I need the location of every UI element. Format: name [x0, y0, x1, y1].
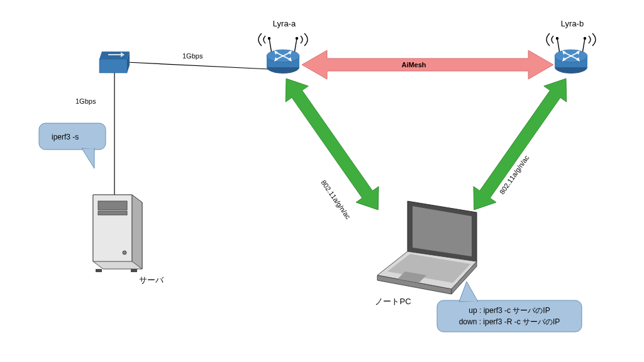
svg-rect-4 — [99, 59, 127, 73]
callout-server: iperf3 -s — [39, 123, 106, 168]
svg-line-22 — [557, 38, 560, 53]
svg-line-8 — [294, 38, 297, 53]
aimesh-label: AiMesh — [401, 61, 426, 69]
svg-rect-41 — [98, 211, 127, 215]
callout-laptop: up : iperf3 -c サーバのIP down : iperf3 -R -… — [437, 282, 582, 332]
switch-icon — [99, 52, 130, 73]
svg-marker-39 — [132, 195, 142, 269]
laptop-label: ノートPC — [375, 297, 411, 306]
router-a-label: Lyra-a — [273, 19, 296, 28]
link-label-1gbps-top: 1Gbps — [182, 52, 203, 60]
arrow-wifi-a: 802.11a/g/n/ac — [275, 70, 389, 221]
svg-point-42 — [123, 251, 126, 255]
router-b — [547, 33, 596, 74]
svg-marker-56 — [459, 282, 478, 302]
router-b-label: Lyra-b — [561, 19, 584, 28]
svg-point-10 — [296, 38, 298, 40]
callout-server-text: iperf3 -s — [52, 133, 79, 141]
svg-rect-55 — [437, 300, 582, 332]
svg-line-7 — [269, 38, 272, 53]
svg-rect-40 — [98, 201, 127, 210]
svg-marker-0 — [302, 50, 553, 79]
svg-marker-2 — [463, 70, 577, 217]
server-label: サーバ — [139, 275, 164, 285]
server-icon — [93, 195, 142, 272]
callout-laptop-line2: down : iperf3 -R -c サーバのIP — [459, 317, 560, 326]
callout-laptop-line1: up : iperf3 -c サーバのIP — [469, 306, 550, 315]
arrow-aimesh: AiMesh — [302, 50, 553, 79]
link-label-1gbps-left: 1Gbps — [75, 97, 96, 105]
svg-point-24 — [557, 38, 558, 40]
router-a — [258, 33, 308, 74]
laptop-icon — [377, 201, 477, 294]
svg-point-9 — [269, 38, 270, 40]
svg-marker-53 — [82, 148, 94, 168]
svg-point-25 — [584, 38, 586, 40]
link-switch-router-a — [127, 62, 269, 69]
svg-rect-44 — [131, 269, 137, 272]
svg-rect-43 — [96, 269, 102, 272]
arrow-wifi-b: 802.11a/g/n/ac — [463, 70, 577, 217]
wifi-a-label: 802.11a/g/n/ac — [319, 178, 352, 221]
svg-line-23 — [582, 38, 585, 53]
